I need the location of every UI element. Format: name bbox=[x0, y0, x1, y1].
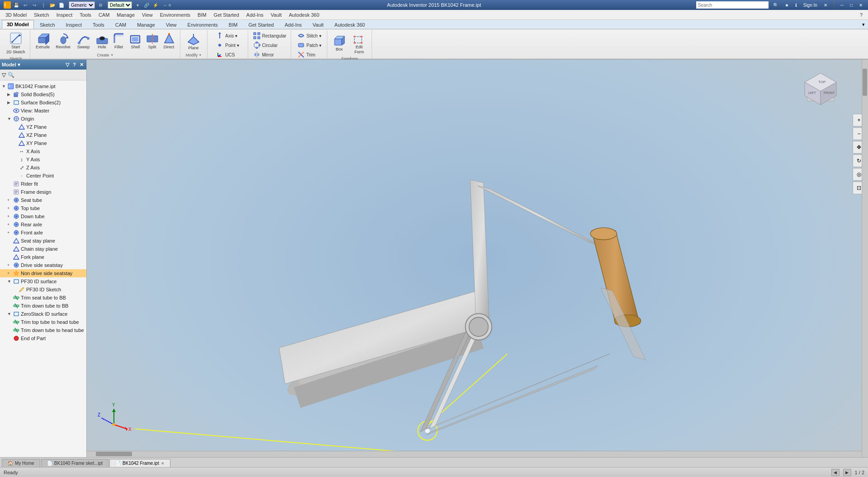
status-nav-next[interactable]: ▶ bbox=[843, 469, 851, 476]
search-btn[interactable]: 🔍 bbox=[771, 2, 780, 8]
tree-expand-non-drive-side-seatstay[interactable]: + bbox=[7, 271, 13, 276]
panel-help-btn[interactable]: ? bbox=[72, 62, 77, 68]
tab-vault[interactable]: Vault bbox=[308, 20, 329, 29]
menu-addins[interactable]: Add-Ins bbox=[243, 11, 267, 19]
tab-getstarted[interactable]: Get Started bbox=[243, 20, 278, 29]
btn-split[interactable]: Split bbox=[144, 31, 160, 51]
tab-bim[interactable]: BIM bbox=[224, 20, 243, 29]
tree-item-origin[interactable]: ▼Origin bbox=[0, 115, 86, 123]
nav-cube[interactable]: LEFT TOP LEFT FRONT bbox=[800, 69, 841, 109]
tree-item-solid-bodies[interactable]: ▶Solid Bodies(5) bbox=[0, 90, 86, 98]
tree-item-rider-fit[interactable]: Rider fit bbox=[0, 180, 86, 188]
tree-item-y-axis[interactable]: ↕Y Axis bbox=[0, 155, 86, 164]
tree-item-front-axle[interactable]: +Front axle bbox=[0, 229, 86, 237]
tab-3dmodel[interactable]: 3D Model bbox=[2, 20, 34, 29]
menu-getstarted[interactable]: Get Started bbox=[210, 11, 243, 19]
tab-bk1042[interactable]: 📄 BK1042 Frame.ipt ✕ bbox=[109, 459, 170, 467]
preset-dropdown[interactable]: Generic bbox=[69, 1, 95, 9]
menu-autodesk360[interactable]: Autodesk 360 bbox=[285, 11, 323, 19]
undo-icon[interactable]: ↩ bbox=[22, 1, 29, 9]
tree-expand-seat-tube[interactable]: + bbox=[7, 198, 13, 202]
tree-item-seat-tube[interactable]: +Seat tube bbox=[0, 196, 86, 204]
btn-stitch[interactable]: Stitch ▾ bbox=[295, 31, 323, 40]
tree-expand-rear-axle[interactable]: + bbox=[7, 222, 13, 227]
tree-item-view-master[interactable]: View: Master bbox=[0, 107, 86, 115]
tree-item-top-tube[interactable]: +Top tube bbox=[0, 204, 86, 212]
tree-item-rear-axle[interactable]: +Rear axle bbox=[0, 220, 86, 229]
tree-item-surface-bodies[interactable]: ▶Surface Bodies(2) bbox=[0, 98, 86, 107]
link-icon[interactable]: 🔗 bbox=[143, 1, 150, 9]
tree-item-center-point[interactable]: ·Center Point bbox=[0, 172, 86, 180]
tab-addins[interactable]: Add-Ins bbox=[280, 20, 307, 29]
ribbon-expand-btn[interactable]: ▾ bbox=[860, 21, 867, 28]
menu-vault[interactable]: Vault bbox=[267, 11, 285, 19]
signin-btn[interactable]: Sign In bbox=[802, 2, 819, 8]
menu-manage[interactable]: Manage bbox=[113, 11, 138, 19]
lightning-icon[interactable]: ⚡ bbox=[152, 1, 159, 9]
menu-bim[interactable]: BIM bbox=[194, 11, 210, 19]
tree-item-yz-plane[interactable]: YZ Plane bbox=[0, 123, 86, 131]
tree-expand-front-axle[interactable]: + bbox=[7, 230, 13, 235]
btn-circular[interactable]: Circular bbox=[251, 41, 279, 50]
maximize-btn[interactable]: □ bbox=[848, 2, 854, 8]
tab-tools[interactable]: Tools bbox=[88, 20, 109, 29]
qa-more[interactable]: ▾ bbox=[134, 1, 141, 9]
btn-sweep[interactable]: Sweep bbox=[74, 31, 94, 51]
tab-sketch[interactable]: Sketch bbox=[35, 20, 60, 29]
modify-dropdown-arrow[interactable]: ▾ bbox=[199, 53, 201, 57]
btn-revolve[interactable]: Revolve bbox=[53, 31, 73, 51]
btn-axis[interactable]: Axis ▾ bbox=[214, 31, 239, 40]
btn-box[interactable]: Box bbox=[330, 33, 348, 53]
tree-expand-surface-bodies[interactable]: ▶ bbox=[7, 100, 13, 105]
tree-item-drive-side-seatstay[interactable]: +Drive side seatstay bbox=[0, 261, 86, 269]
btn-patch[interactable]: Patch ▾ bbox=[295, 41, 323, 50]
search-input[interactable] bbox=[696, 1, 769, 9]
tree-item-pf30-id-sketch[interactable]: PF30 ID Sketch bbox=[0, 285, 86, 294]
viewport[interactable]: LEFT TOP LEFT FRONT + − ✥ ↻ ◎ ⊡ bbox=[87, 60, 868, 457]
panel-close-btn[interactable]: ✕ bbox=[79, 62, 85, 68]
create-dropdown-arrow[interactable]: ▾ bbox=[111, 53, 113, 57]
btn-rectangular[interactable]: Rectangular bbox=[251, 31, 288, 40]
tree-item-frame-design[interactable]: Frame design bbox=[0, 188, 86, 196]
tree-expand-origin[interactable]: ▼ bbox=[7, 117, 13, 121]
open-icon[interactable]: 📂 bbox=[49, 1, 56, 9]
info-btn[interactable]: ℹ bbox=[793, 2, 799, 8]
menu-cam[interactable]: CAM bbox=[95, 11, 113, 19]
tab-cam[interactable]: CAM bbox=[110, 20, 131, 29]
minimize-btn[interactable]: ─ bbox=[839, 2, 845, 8]
settings-icon[interactable]: ⚙ bbox=[97, 1, 104, 9]
style-dropdown[interactable]: Default bbox=[108, 1, 132, 9]
btn-shell[interactable]: Shell bbox=[127, 31, 144, 51]
tree-expand-root[interactable]: ▼ bbox=[2, 84, 7, 89]
btn-direct[interactable]: Direct bbox=[161, 31, 177, 51]
tree-item-xy-plane[interactable]: XY Plane bbox=[0, 139, 86, 147]
tree-item-trim-seat-tube-bb[interactable]: Trim seat tube to BB bbox=[0, 294, 86, 302]
save-icon[interactable]: 💾 bbox=[13, 1, 20, 9]
menu-inspect[interactable]: Inspect bbox=[53, 11, 76, 19]
btn-mirror[interactable]: Mirror bbox=[251, 50, 276, 59]
panel-filter-btn[interactable]: ▽ bbox=[65, 62, 70, 68]
menu-view[interactable]: View bbox=[138, 11, 156, 19]
tree-item-zerostack-id-surface[interactable]: ▼ZeroStack ID surface bbox=[0, 310, 86, 318]
tree-item-root[interactable]: ▼FBK1042 Frame.ipt bbox=[0, 82, 86, 90]
tab-inspect[interactable]: Inspect bbox=[61, 20, 87, 29]
btn-ucs[interactable]: UCS bbox=[214, 50, 236, 59]
tree-item-end-of-part[interactable]: End of Part bbox=[0, 334, 86, 342]
btn-edit-form[interactable]: EditForm bbox=[349, 31, 369, 56]
tab-bk1040[interactable]: 📄 BK1040 Frame sket...ipt bbox=[41, 459, 108, 467]
menu-sketch[interactable]: Sketch bbox=[30, 11, 53, 19]
viewport-scrollbar-h[interactable] bbox=[87, 451, 862, 457]
tree-search-icon[interactable]: 🔍 bbox=[8, 72, 14, 78]
new-icon[interactable]: 📄 bbox=[58, 1, 65, 9]
btn-extrude[interactable]: Extrude bbox=[33, 31, 53, 51]
tree-item-non-drive-side-seatstay[interactable]: +Non drive side seatstay bbox=[0, 269, 86, 277]
close-btn[interactable]: ✕ bbox=[857, 2, 864, 8]
tree-item-chain-stay-plane[interactable]: Chain stay plane bbox=[0, 245, 86, 253]
tree-item-x-axis[interactable]: ↔X Axis bbox=[0, 147, 86, 155]
viewport-scrollbar-v[interactable] bbox=[862, 60, 868, 457]
btn-hole[interactable]: Hole bbox=[94, 31, 110, 51]
tree-filter-icon[interactable]: ▽ bbox=[2, 72, 6, 78]
status-nav-prev[interactable]: ◀ bbox=[831, 469, 840, 476]
tab-home[interactable]: 🏠 My Home bbox=[2, 459, 40, 467]
tree-expand-zerostack-id-surface[interactable]: ▼ bbox=[7, 312, 13, 316]
